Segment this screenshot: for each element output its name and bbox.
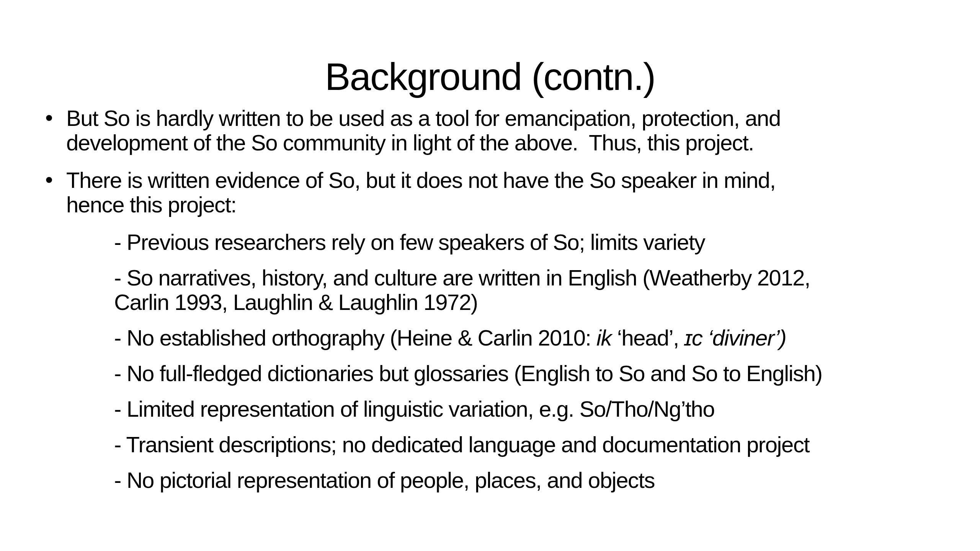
sub-bullet-item: - No established orthography (Heine & Ca… (114, 326, 980, 350)
text-line: - Previous researchers rely on few speak… (114, 230, 980, 254)
text-line: There is written evidence of So, but it … (66, 168, 980, 192)
sub-bullet-item: - Previous researchers rely on few speak… (114, 230, 980, 254)
bullet-marker: • (45, 167, 52, 192)
sub-bullet-item: - So narratives, history, and culture ar… (114, 266, 980, 315)
bullet-marker: • (45, 105, 52, 130)
sub-bullet-item: - Limited representation of linguistic v… (114, 397, 980, 421)
text-segment: ‘head’, (611, 325, 684, 350)
sub-bullet-item: - No pictorial representation of people,… (114, 468, 980, 492)
sub-bullet-item: - No full-fledged dictionaries but gloss… (114, 361, 980, 386)
text-segment-italic: ɪc ‘diviner’) (684, 325, 786, 350)
bullet-item: • There is written evidence of So, but i… (66, 168, 980, 217)
text-line: - No established orthography (Heine & Ca… (114, 326, 980, 350)
text-line: Carlin 1993, Laughlin & Laughlin 1972) (114, 290, 980, 315)
bullet-item: • But So is hardly written to be used as… (66, 106, 980, 155)
text-line: - Limited representation of linguistic v… (114, 397, 980, 421)
text-segment: - No established orthography (Heine & Ca… (114, 325, 596, 350)
text-line: development of the So community in light… (66, 130, 980, 155)
text-line: - So narratives, history, and culture ar… (114, 266, 980, 290)
slide-title: Background (contn.) (0, 57, 980, 96)
text-line: - No pictorial representation of people,… (114, 468, 980, 492)
text-segment-italic: ik (596, 325, 611, 350)
slide-body: • But So is hardly written to be used as… (0, 106, 980, 492)
text-line: But So is hardly written to be used as a… (66, 106, 980, 130)
sub-bullet-item: - Transient descriptions; no dedicated l… (114, 432, 980, 457)
text-line: - Transient descriptions; no dedicated l… (114, 432, 980, 457)
slide: Background (contn.) • But So is hardly w… (0, 0, 980, 551)
text-line: - No full-fledged dictionaries but gloss… (114, 361, 980, 386)
text-line: hence this project: (66, 192, 980, 217)
